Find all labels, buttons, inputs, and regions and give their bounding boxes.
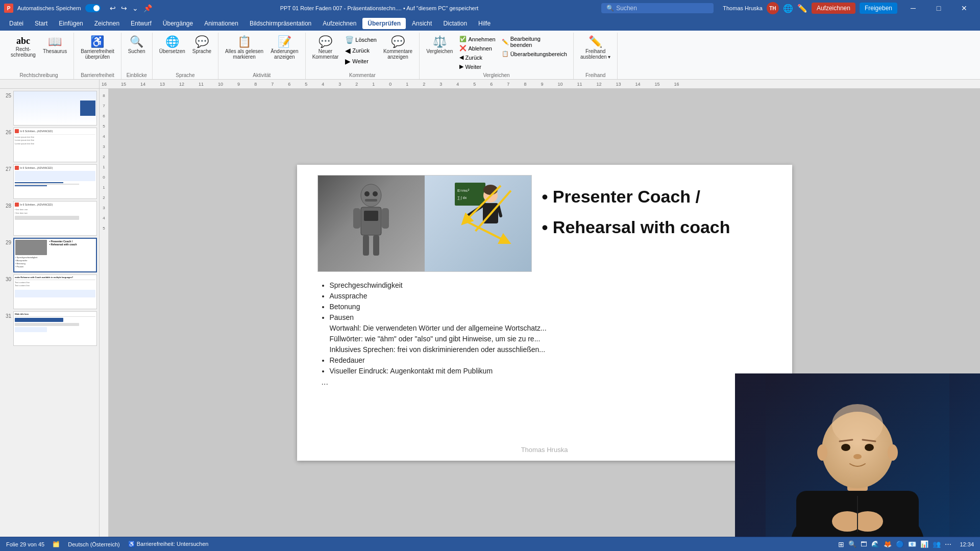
taskbar-taskview[interactable]: 🗔 [861, 540, 867, 548]
ribbon-bearbeitung-btn[interactable]: ✏️ Bearbeitungbeenden [500, 35, 569, 49]
menu-aufzeichnen[interactable]: Aufzeichnen [317, 18, 361, 29]
minimize-button[interactable]: ─ [901, 0, 925, 16]
menu-start[interactable]: Start [30, 18, 53, 29]
menu-zeichnen[interactable]: Zeichnen [89, 18, 125, 29]
compare-icon: ⚖️ [433, 36, 447, 47]
language-label: Deutsch (Österreich) [68, 541, 119, 547]
review-area-icon: 📋 [502, 51, 509, 57]
slide-thumb-28[interactable]: 28 In 6 Schritten...(ADVANCED) • line it… [2, 201, 97, 236]
app-icon: P [4, 4, 13, 13]
autosave-toggle[interactable] [85, 4, 101, 12]
svg-point-27 [841, 444, 850, 451]
record-button[interactable]: Aufzeichnen [812, 3, 855, 14]
ribbon-barrierefreiheit-btn[interactable]: ♿ Barrierefreiheitüberprüfen [78, 35, 117, 61]
ribbon-allesgelesen-btn[interactable]: 📋 Alles als gelesenmarkieren [223, 35, 266, 61]
canvas-area[interactable]: E=mc² ∑ ∫ dx [109, 89, 980, 537]
ribbon-aenderungen-btn[interactable]: 📝 Änderungenanzeigen [268, 35, 301, 61]
menu-ansicht[interactable]: Ansicht [407, 18, 437, 29]
svg-point-32 [817, 444, 827, 461]
restore-button[interactable]: □ [927, 0, 950, 16]
ribbon-uebersetzen-btn[interactable]: 🌐 Übersetzen [157, 35, 188, 56]
pen-icon[interactable]: ✏️ [797, 4, 807, 13]
svg-rect-3 [365, 199, 377, 202]
menu-animationen[interactable]: Animationen [199, 18, 243, 29]
ribbon-zurueck2-btn[interactable]: ◀ Zurück [457, 53, 497, 62]
taskbar-teams[interactable]: 👥 [933, 540, 941, 548]
web-icon[interactable]: 🌐 [783, 4, 793, 13]
ribbon-weiter-btn[interactable]: ▶ Weiter [343, 56, 379, 66]
slide-thumb-31[interactable]: 31 Slide title here [2, 311, 97, 346]
ribbon-annehmen-btn[interactable]: ✅ Annehmen [457, 35, 497, 43]
pin-button[interactable]: 📌 [141, 3, 154, 13]
menu-dictation[interactable]: Dictation [438, 18, 472, 29]
ribbon-group-freihand: ✏️ Freihandausblenden ▾ Freihand [574, 33, 618, 79]
slide-info: Folie 29 von 45 [6, 541, 44, 547]
ribbon-group-barrierefreiheit: ♿ Barrierefreiheitüberprüfen Barrierefre… [74, 33, 121, 79]
taskbar-start[interactable]: ⊞ [838, 540, 844, 548]
ribbon-kommentare-btn[interactable]: 💬 Kommentareanzeigen [381, 35, 415, 61]
slide-thumb-25[interactable]: 25 [2, 91, 97, 126]
slide-thumb-29[interactable]: 29 • Presenter Coach / • Rehearsal with … [2, 238, 97, 272]
ribbon-ueberarbeitungsbereich-btn[interactable]: 📋 Überarbeitungsbereich [500, 49, 569, 58]
slide-thumb-27[interactable]: 27 In 6 Schritten...(ADVANCED) [2, 164, 97, 199]
taskbar-search[interactable]: 🔍 [848, 540, 856, 548]
ribbon-zurueck-btn[interactable]: ◀ Zurück [343, 45, 379, 56]
back-icon: ◀ [345, 46, 351, 55]
menu-uebergaenge[interactable]: Übergänge [158, 18, 198, 29]
ribbon-thesaurus-btn[interactable]: 📖 Thesaurus [40, 35, 69, 56]
svg-rect-9 [373, 235, 379, 256]
svg-point-28 [865, 444, 874, 451]
ribbon-vergleichen-btn[interactable]: ⚖️ Vergleichen [424, 35, 455, 56]
menu-einfuegen[interactable]: Einfügen [54, 18, 88, 29]
redo-button[interactable]: ↪ [119, 3, 129, 13]
taskbar-chrome[interactable]: 🔵 [896, 540, 904, 548]
user-avatar[interactable]: TH [767, 2, 779, 14]
ribbon-rechtschreibung-btn[interactable]: abc Recht-schreibung [8, 35, 38, 59]
share-button[interactable]: Freigeben [860, 3, 897, 14]
slide-panel[interactable]: 25 26 In 6 Schritten...(ADVANCED) Lore [0, 89, 100, 537]
ribbon-freihand-btn[interactable]: ✏️ Freihandausblenden ▾ [578, 35, 614, 61]
close-button[interactable]: ✕ [952, 0, 976, 16]
prev-icon: ◀ [459, 54, 463, 61]
search-box[interactable]: 🔍 [601, 3, 714, 13]
taskbar-powerpoint[interactable]: 📊 [920, 540, 928, 548]
slide-bullets: Sprechgeschwindigkeit Aussprache Betonun… [317, 281, 782, 387]
menu-datei[interactable]: Datei [4, 18, 29, 29]
ribbon-loeschen-btn[interactable]: 🗑️ Löschen [343, 35, 379, 45]
slide-thumb-26[interactable]: 26 In 6 Schritten...(ADVANCED) Lorem ips… [2, 128, 97, 162]
menu-entwurf[interactable]: Entwurf [126, 18, 157, 29]
group-label-rechtschreibung: Rechtschreibung [20, 72, 58, 79]
taskbar-more[interactable]: ⋯ [945, 540, 951, 548]
more-options[interactable]: ⌄ [130, 3, 140, 13]
slide-count-icon: 🗂️ [53, 541, 60, 547]
menu-ueberpruef[interactable]: Überprüfen [362, 18, 406, 29]
svg-line-20 [465, 221, 505, 241]
svg-point-33 [888, 444, 898, 461]
svg-line-18 [465, 186, 500, 221]
freehand-icon: ✏️ [589, 36, 602, 47]
svg-line-19 [475, 191, 510, 231]
ribbon-suchen-btn[interactable]: 🔍 Suchen [126, 35, 148, 56]
slide-title: • Presenter Coach / • Rehearsal with coa… [542, 185, 782, 238]
username: Thomas Hruska [723, 5, 763, 11]
menu-bildschirmpr[interactable]: Bildschirmpräsentation [244, 18, 316, 29]
ribbon-weiter2-btn[interactable]: ▶ Weiter [457, 62, 497, 71]
ruler-main: 16151413121110 98765432 10123456 7891011… [100, 80, 980, 88]
taskbar-firefox[interactable]: 🦊 [884, 540, 892, 548]
language-icon: 💬 [195, 36, 209, 47]
taskbar-outlook[interactable]: 📧 [908, 540, 916, 548]
undo-button[interactable]: ↩ [108, 3, 118, 13]
svg-point-31 [853, 454, 862, 459]
menu-hilfe[interactable]: Hilfe [473, 18, 496, 29]
taskbar-edge[interactable]: 🌊 [871, 540, 879, 548]
slide-thumb-30[interactable]: 30 make Rehearse with Coach available in… [2, 274, 97, 309]
search-input[interactable] [616, 5, 708, 12]
read-all-icon: 📋 [237, 36, 251, 47]
slide-title-line2: • Rehearsal with coach [542, 216, 782, 238]
ribbon-neuerkommentar-btn[interactable]: 💬 NeuerKommentar [310, 35, 341, 61]
ribbon-sprache-btn[interactable]: 💬 Sprache [190, 35, 214, 56]
accessibility-icon: ♿ [128, 541, 135, 547]
slide-canvas[interactable]: E=mc² ∑ ∫ dx [297, 165, 792, 461]
reject-icon: ❌ [459, 45, 467, 52]
ribbon-ablehnen-btn[interactable]: ❌ Ablehnen [457, 44, 497, 53]
